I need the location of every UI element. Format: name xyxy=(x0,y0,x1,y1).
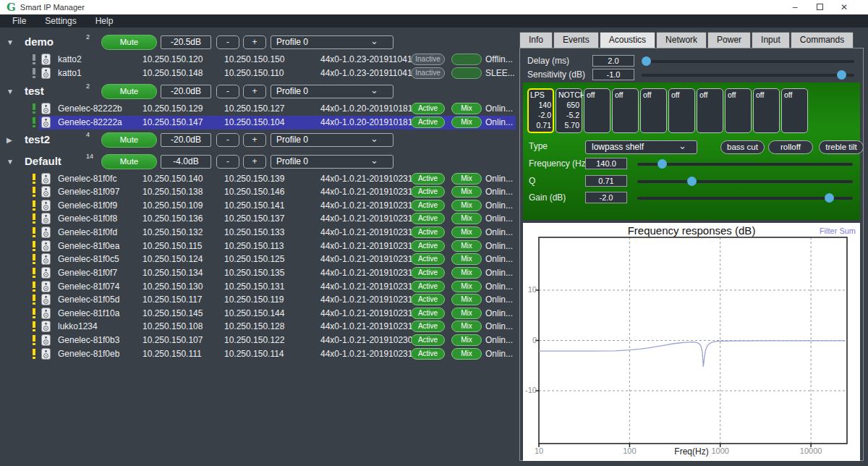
speaker-icon xyxy=(41,253,51,265)
menu-help[interactable]: Help xyxy=(86,14,123,27)
device-row[interactable]: Genelec-81f0eb10.250.150.11110.250.150.1… xyxy=(0,347,518,361)
device-ip: 10.250.150.129 xyxy=(142,103,203,114)
group-volume-value[interactable]: -4.0dB xyxy=(161,155,211,169)
chevron-down-icon: ⌄ xyxy=(678,140,686,152)
q-input[interactable]: 0.71 xyxy=(585,175,627,187)
group-header-Default: ▼Default14Mute-4.0dB-+Profile 0⌄ xyxy=(0,153,518,172)
profile-dropdown[interactable]: Profile 0⌄ xyxy=(271,133,393,147)
device-row[interactable]: Genelec-82222b10.250.150.12910.250.150.1… xyxy=(0,102,518,116)
q-slider[interactable] xyxy=(637,180,853,183)
status-text: SLEE... xyxy=(485,68,515,78)
group-volume-value[interactable]: -20.5dB xyxy=(161,35,211,49)
tab-input[interactable]: Input xyxy=(752,32,790,48)
status-text: Onlin... xyxy=(485,241,513,251)
state-badge: Active xyxy=(411,308,445,319)
tab-events[interactable]: Events xyxy=(553,32,599,48)
close-icon[interactable]: ✕ xyxy=(832,2,856,12)
filter-slot-4[interactable]: off xyxy=(612,88,639,133)
filter-type-dropdown[interactable]: lowpass shelf⌄ xyxy=(585,140,697,154)
tab-acoustics[interactable]: Acoustics xyxy=(600,32,655,48)
profile-dropdown[interactable]: Profile 0⌄ xyxy=(271,155,393,169)
gain-slider[interactable] xyxy=(637,197,853,200)
device-row[interactable]: Genelec-81f05d10.250.150.11710.250.150.1… xyxy=(0,293,518,307)
menu-file[interactable]: File xyxy=(3,14,35,27)
filter-slot-3[interactable]: off xyxy=(584,88,610,133)
menu-settings[interactable]: Settings xyxy=(35,14,85,27)
filter-slot-6[interactable]: off xyxy=(668,88,695,133)
expand-arrow-icon[interactable]: ▼ xyxy=(7,158,14,166)
sensitivity-slider[interactable] xyxy=(642,74,854,77)
collapse-arrow-icon[interactable]: ▶ xyxy=(7,136,12,144)
device-row[interactable]: Genelec-81f0fd10.250.150.13210.250.150.1… xyxy=(0,226,518,240)
status-text: Onlin... xyxy=(485,200,513,211)
filter-slot-2[interactable]: NOTCH650-5.25.70 xyxy=(556,88,582,133)
device-row[interactable]: Genelec-82222a10.250.150.14710.250.150.1… xyxy=(0,116,518,130)
group-volume-value[interactable]: -20.0dB xyxy=(161,133,211,147)
frequency-slider[interactable] xyxy=(637,163,853,166)
device-ip: 10.250.150.138 xyxy=(142,187,203,197)
mute-button[interactable]: Mute xyxy=(101,35,157,50)
gain-input[interactable]: -2.0 xyxy=(585,192,627,203)
bass-cut-button[interactable]: bass cut xyxy=(720,140,765,154)
device-row[interactable]: Genelec-81f07410.250.150.13010.250.150.1… xyxy=(0,280,518,294)
volume-decrease-button[interactable]: - xyxy=(216,85,239,98)
q-slider-handle[interactable] xyxy=(687,177,697,186)
device-row[interactable]: Genelec-81f0f910.250.150.10910.250.150.1… xyxy=(0,199,518,213)
profile-dropdown[interactable]: Profile 0⌄ xyxy=(271,85,393,98)
device-row[interactable]: lukko123410.250.150.10810.250.150.12844x… xyxy=(0,320,518,334)
alert-icon xyxy=(33,281,35,292)
filter-slot-7[interactable]: off xyxy=(697,88,723,133)
filter-slot-8[interactable]: off xyxy=(725,88,752,133)
mute-button[interactable]: Mute xyxy=(101,132,157,148)
tab-power[interactable]: Power xyxy=(707,32,751,48)
device-row[interactable]: Genelec-81f0b310.250.150.10710.250.150.1… xyxy=(0,334,518,347)
expand-arrow-icon[interactable]: ▼ xyxy=(7,88,14,96)
device-secondary-ip: 10.250.150.141 xyxy=(224,200,284,211)
sensitivity-slider-handle[interactable] xyxy=(837,70,846,80)
mix-badge: Mix xyxy=(451,348,482,360)
tab-info[interactable]: Info xyxy=(519,32,553,48)
sensitivity-input[interactable]: -1.0 xyxy=(592,69,634,80)
device-row[interactable]: Genelec-81f10a10.250.150.14510.250.150.1… xyxy=(0,307,518,321)
frequency-input[interactable]: 140.0 xyxy=(585,158,627,169)
volume-increase-button[interactable]: + xyxy=(243,85,266,98)
device-row[interactable]: katto210.250.150.12010.250.150.15044x0-1… xyxy=(0,53,518,67)
gain-slider-handle[interactable] xyxy=(825,193,834,203)
tab-network[interactable]: Network xyxy=(656,32,707,48)
treble-tilt-button[interactable]: treble tilt xyxy=(819,140,864,154)
device-row[interactable]: Genelec-81f0ea10.250.150.11510.250.150.1… xyxy=(0,240,518,253)
volume-increase-button[interactable]: + xyxy=(243,133,266,147)
mute-button[interactable]: Mute xyxy=(101,154,157,169)
gain-label: Gain (dB) xyxy=(529,192,566,203)
group-volume-value[interactable]: -20.0dB xyxy=(161,85,211,98)
volume-decrease-button[interactable]: - xyxy=(216,35,239,49)
volume-increase-button[interactable]: + xyxy=(243,35,266,49)
delay-slider-handle[interactable] xyxy=(642,56,651,66)
filter-slot-5[interactable]: off xyxy=(640,88,667,133)
device-row[interactable]: Genelec-81f0c510.250.150.12410.250.150.1… xyxy=(0,253,518,266)
delay-input[interactable]: 2.0 xyxy=(592,55,634,67)
maximize-icon[interactable] xyxy=(807,2,832,12)
minimize-icon[interactable]: – xyxy=(783,2,807,12)
delay-slider[interactable] xyxy=(642,60,854,63)
device-row[interactable]: Genelec-81f0f710.250.150.13410.250.150.1… xyxy=(0,266,518,280)
filter-slot-1[interactable]: LPS140-2.00.71 xyxy=(527,88,554,133)
rolloff-button[interactable]: rolloff xyxy=(768,140,813,154)
mute-button[interactable]: Mute xyxy=(101,84,157,99)
frequency-slider-handle[interactable] xyxy=(658,159,667,169)
device-row[interactable]: Genelec-81f09710.250.150.13810.250.150.1… xyxy=(0,185,518,199)
volume-decrease-button[interactable]: - xyxy=(216,133,239,147)
delay-label: Delay (ms) xyxy=(527,56,569,66)
device-row[interactable]: Genelec-81f0f810.250.150.13610.250.150.1… xyxy=(0,212,518,226)
speaker-icon xyxy=(41,334,51,348)
device-name: katto2 xyxy=(58,54,82,64)
tab-commands[interactable]: Commands xyxy=(791,32,854,48)
expand-arrow-icon[interactable]: ▼ xyxy=(7,38,14,46)
volume-decrease-button[interactable]: - xyxy=(216,155,239,169)
filter-slot-9[interactable]: off xyxy=(753,88,780,133)
device-row[interactable]: katto110.250.150.14810.250.150.11044x0-1… xyxy=(0,67,518,80)
volume-increase-button[interactable]: + xyxy=(243,155,266,169)
profile-dropdown[interactable]: Profile 0⌄ xyxy=(271,35,393,49)
filter-slot-10[interactable]: off xyxy=(781,88,808,133)
device-row[interactable]: Genelec-81f0fc10.250.150.14010.250.150.1… xyxy=(0,172,518,186)
